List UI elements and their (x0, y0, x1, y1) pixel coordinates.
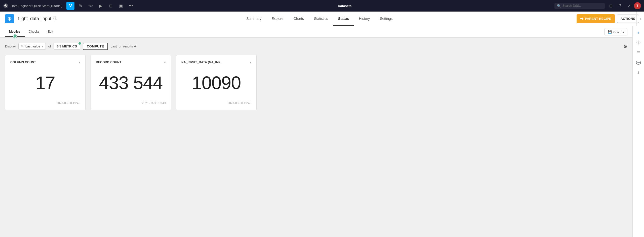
avatar[interactable]: T (634, 2, 641, 9)
saved-button[interactable]: 💾 SAVED (605, 28, 627, 35)
sidebar-chat-btn[interactable]: 💬 (634, 59, 642, 67)
actions-button[interactable]: ACTIONS (617, 15, 639, 23)
info-icon: ⓘ (636, 40, 640, 45)
metrics-content: Display 👁 Last value ▾ of 3/8 METRICS CO… (0, 38, 632, 237)
help-icon: ? (619, 4, 621, 8)
right-btns: ➡ PARENT RECIPE ACTIONS (577, 14, 639, 23)
card-timestamp-record-count: 2021-03-30 19:43 (96, 101, 166, 105)
parent-recipe-button[interactable]: ➡ PARENT RECIPE (577, 14, 615, 23)
analytics-btn[interactable]: ↗ (625, 2, 633, 10)
card-value-record-count: 433 544 (96, 66, 166, 99)
arrow-right-icon: ➡ (580, 16, 583, 21)
chevron-left-icon: ‹ (640, 17, 641, 21)
display-select[interactable]: 👁 Last value ▾ (18, 43, 46, 50)
card-title-record-count: RECORD COUNT (96, 61, 122, 64)
compute-button[interactable]: COMPUTE (83, 43, 108, 50)
search-icon: 🔍 (557, 4, 561, 8)
analytics-icon: ↗ (627, 4, 631, 8)
plus-icon: ＋ (636, 30, 640, 35)
snowflake-icon (7, 16, 12, 22)
metrics-dot-indicator (13, 35, 17, 38)
svg-point-9 (9, 18, 10, 19)
help-btn[interactable]: ? (616, 2, 624, 10)
screen-nav-btn[interactable]: ▣ (117, 2, 125, 10)
card-header-na-input: NA_INPUT_DATA (NA_INP... ▾ (181, 60, 251, 64)
print-nav-btn[interactable]: ⊟ (107, 2, 115, 10)
run-nav-btn[interactable]: ▶ (97, 2, 105, 10)
gear-button[interactable]: ⚙ (623, 44, 627, 49)
sidebar-add-btn[interactable]: ＋ (634, 29, 642, 37)
saved-label: SAVED (613, 30, 624, 34)
print-icon: ⊟ (109, 4, 112, 8)
card-dropdown-record-count[interactable]: ▾ (164, 60, 166, 64)
more-nav-btn[interactable]: ••• (127, 2, 135, 10)
eye-icon: 👁 (21, 44, 24, 48)
card-dropdown-column-count[interactable]: ▾ (78, 60, 80, 64)
last-run: Last run results ➜ (110, 44, 137, 48)
svg-rect-3 (71, 4, 72, 5)
search-input[interactable] (562, 4, 602, 8)
metrics-badge[interactable]: 3/8 METRICS (54, 43, 80, 50)
code-nav-btn[interactable]: </> (87, 2, 95, 10)
logo-area: Data Engineer Quick Start (Tutorial) (3, 3, 62, 9)
search-box[interactable]: 🔍 (554, 3, 605, 9)
info-icon[interactable]: ⓘ (53, 16, 57, 21)
card-timestamp-column-count: 2021-03-30 19:43 (10, 101, 80, 105)
grid-icon: ⊞ (609, 4, 613, 8)
back-arrow-btn[interactable]: ‹ (636, 12, 644, 26)
parent-recipe-label: PARENT RECIPE (585, 17, 611, 21)
more-icon: ••• (129, 4, 133, 8)
datasets-label: Datasets (338, 4, 351, 8)
metrics-tab-label: Metrics (9, 30, 21, 33)
last-run-label: Last run results (110, 44, 133, 48)
tab-statistics[interactable]: Statistics (309, 12, 333, 26)
grid-icon-btn[interactable]: ⊞ (607, 2, 615, 10)
sub-tab-edit[interactable]: Edit (44, 27, 57, 37)
top-nav: Data Engineer Quick Start (Tutorial) ↻ <… (0, 0, 644, 12)
sub-tab-metrics[interactable]: Metrics (5, 27, 25, 37)
code-icon: </> (88, 4, 93, 8)
svg-rect-2 (69, 4, 70, 5)
arrow-right-icon: ➜ (134, 44, 137, 48)
metrics-badge-label: 3/8 METRICS (57, 44, 77, 48)
edit-tab-label: Edit (48, 30, 53, 33)
sidebar-download-btn[interactable]: ⬇ (634, 69, 642, 77)
flow-icon (68, 4, 72, 8)
dataset-icon (5, 14, 14, 23)
refresh-icon: ↻ (79, 4, 82, 8)
metric-card-column-count: COLUMN COUNT ▾ 17 2021-03-30 19:43 (5, 55, 86, 110)
chat-icon: 💬 (636, 61, 641, 65)
tab-status[interactable]: Status (333, 12, 354, 26)
screen-icon: ▣ (119, 4, 123, 8)
tab-settings[interactable]: Settings (375, 12, 398, 26)
refresh-nav-btn[interactable]: ↻ (76, 2, 85, 10)
dataset-header: flight_data_input ⓘ Summary Explore Char… (0, 12, 644, 26)
flow-nav-btn[interactable] (66, 2, 74, 10)
tab-charts[interactable]: Charts (289, 12, 309, 26)
table-icon: ☰ (637, 50, 640, 55)
svg-point-1 (5, 5, 7, 7)
chevron-down-icon: ▾ (42, 44, 44, 48)
metric-card-na-input: NA_INPUT_DATA (NA_INP... ▾ 10090 2021-03… (176, 55, 257, 110)
right-icons: ⊞ ? ↗ T (607, 2, 641, 10)
sub-tab-checks[interactable]: Checks (25, 27, 44, 37)
display-bar: Display 👁 Last value ▾ of 3/8 METRICS CO… (5, 43, 627, 50)
sidebar-info-btn[interactable]: ⓘ (634, 39, 642, 47)
metric-cards-row: COLUMN COUNT ▾ 17 2021-03-30 19:43 RECOR… (5, 55, 627, 110)
right-sidebar: ＋ ⓘ ☰ 💬 ⬇ (632, 26, 644, 237)
display-label: Display (5, 44, 16, 48)
display-select-label: Last value (25, 44, 40, 48)
card-dropdown-na-input[interactable]: ▾ (250, 60, 251, 64)
metric-card-record-count: RECORD COUNT ▾ 433 544 2021-03-30 19:43 (91, 55, 171, 110)
app-logo-icon (3, 3, 9, 9)
card-title-na-input: NA_INPUT_DATA (NA_INP... (181, 61, 223, 64)
card-header-record-count: RECORD COUNT ▾ (96, 60, 166, 64)
content-area: Metrics Checks Edit 💾 SAVED Display 👁 L (0, 26, 644, 237)
tab-history[interactable]: History (354, 12, 375, 26)
download-icon: ⬇ (637, 71, 640, 75)
tab-explore[interactable]: Explore (266, 12, 288, 26)
sidebar-table-btn[interactable]: ☰ (634, 49, 642, 57)
of-label: of (48, 44, 51, 48)
tab-summary[interactable]: Summary (241, 12, 266, 26)
dataset-name: flight_data_input (18, 16, 51, 21)
